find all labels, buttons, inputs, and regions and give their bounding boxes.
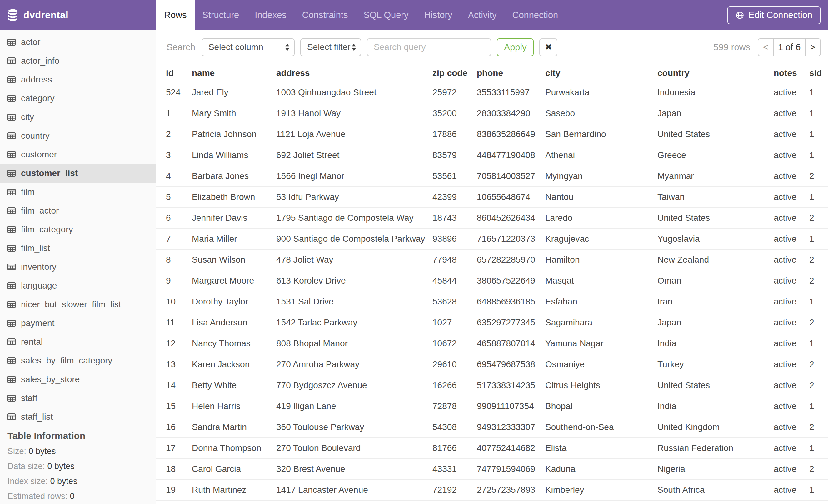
cell-zip-code: 43331 — [432, 459, 477, 479]
tab-structure[interactable]: Structure — [195, 0, 247, 30]
sidebar-item-category[interactable]: category — [0, 89, 156, 108]
table-row[interactable]: 18Carol Garcia320 Brest Avenue4333174779… — [156, 459, 828, 479]
sidebar-item-sales-by-store[interactable]: sales_by_store — [0, 370, 156, 389]
sidebar-item-staff-list[interactable]: staff_list — [0, 408, 156, 426]
cell-id: 19 — [156, 479, 192, 501]
sidebar-item-actor[interactable]: actor — [0, 33, 156, 51]
cell-city: Citrus Heights — [545, 375, 657, 396]
sidebar-item-film-category[interactable]: film_category — [0, 220, 156, 239]
column-header-id[interactable]: id — [156, 64, 192, 82]
sidebar-item-staff[interactable]: staff — [0, 389, 156, 408]
cell-city: Kragujevac — [545, 229, 657, 249]
sidebar-item-sales-by-film-category[interactable]: sales_by_film_category — [0, 351, 156, 370]
sidebar-item-address[interactable]: address — [0, 70, 156, 89]
app-logo: dvdrental — [0, 0, 156, 30]
table-row[interactable]: 4Barbara Jones1566 Inegl Manor5356170581… — [156, 166, 828, 187]
table-row[interactable]: 6Jennifer Davis1795 Santiago de Composte… — [156, 208, 828, 229]
table-row[interactable]: 14Betty White770 Bydgoszcz Avenue1626651… — [156, 375, 828, 396]
table-row[interactable]: 17Donna Thompson270 Toulon Boulevard8176… — [156, 438, 828, 459]
table-row[interactable]: 5Elizabeth Brown53 Idfu Parkway423991065… — [156, 187, 828, 208]
table-row[interactable]: 524Jared Ely1003 Qinhuangdao Street25972… — [156, 82, 828, 103]
sidebar-item-actor-info[interactable]: actor_info — [0, 51, 156, 70]
table-icon — [7, 413, 15, 420]
sidebar-item-nicer-but-slower-film-list[interactable]: nicer_but_slower_film_list — [0, 295, 156, 314]
sidebar-item-film[interactable]: film — [0, 183, 156, 201]
column-header-notes[interactable]: notes — [774, 64, 809, 82]
edit-connection-button[interactable]: Edit Connection — [728, 6, 821, 25]
sidebar-item-film-actor[interactable]: film_actor — [0, 201, 156, 220]
table-information-rows: Size: 0 bytesData size: 0 bytesIndex siz… — [7, 446, 149, 501]
cell-zip-code: 10672 — [432, 333, 477, 354]
column-header-name[interactable]: name — [192, 64, 276, 82]
cell-city: Masqat — [545, 270, 657, 291]
cell-country: Japan — [657, 103, 774, 124]
sidebar-item-label: film_actor — [21, 206, 59, 216]
clear-search-button[interactable]: ✖ — [539, 38, 557, 56]
cell-zip-code: 53628 — [432, 291, 477, 312]
cell-city: Osmaniye — [545, 354, 657, 375]
table-row[interactable]: 9Margaret Moore613 Korolev Drive45844380… — [156, 270, 828, 291]
sidebar-item-city[interactable]: city — [0, 108, 156, 127]
tab-indexes[interactable]: Indexes — [247, 0, 294, 30]
table-row[interactable]: 12Nancy Thomas808 Bhopal Manor1067246588… — [156, 333, 828, 354]
sidebar-item-language[interactable]: language — [0, 276, 156, 295]
cell-country: Yugoslavia — [657, 229, 774, 249]
column-header-phone[interactable]: phone — [477, 64, 545, 82]
cell-zip-code: 18743 — [432, 208, 477, 229]
cell-name: Margaret Moore — [192, 270, 276, 291]
cell-phone: 747791594069 — [477, 459, 545, 479]
search-label: Search — [167, 42, 195, 52]
cell-address: 613 Korolev Drive — [276, 270, 432, 291]
table-row[interactable]: 15Helen Harris419 Iligan Lane72878990911… — [156, 396, 828, 417]
table-row[interactable]: 13Karen Jackson270 Amroha Parkway2961069… — [156, 354, 828, 375]
sidebar-item-payment[interactable]: payment — [0, 314, 156, 332]
table-row[interactable]: 16Sandra Martin360 Toulouse Parkway54308… — [156, 417, 828, 438]
table-icon — [7, 76, 15, 83]
search-query-input[interactable] — [367, 38, 491, 56]
sidebar-item-label: customer_list — [21, 168, 78, 178]
cell-sid: 1 — [809, 187, 828, 208]
tab-constraints[interactable]: Constraints — [294, 0, 356, 30]
tab-sql-query[interactable]: SQL Query — [356, 0, 416, 30]
table-row[interactable]: 11Lisa Anderson1542 Tarlac Parkway102763… — [156, 312, 828, 333]
column-header-country[interactable]: country — [657, 64, 774, 82]
cell-notes: active — [774, 124, 809, 145]
cell-notes: active — [774, 103, 809, 124]
cell-zip-code: 29610 — [432, 354, 477, 375]
data-grid-body: 524Jared Ely1003 Qinhuangdao Street25972… — [156, 82, 828, 501]
tab-history[interactable]: History — [416, 0, 460, 30]
table-row[interactable]: 3Linda Williams692 Joliet Street83579448… — [156, 145, 828, 166]
cell-notes: active — [774, 375, 809, 396]
sidebar-item-rental[interactable]: rental — [0, 332, 156, 351]
previous-page-button[interactable]: < — [758, 39, 773, 56]
sidebar-item-inventory[interactable]: inventory — [0, 258, 156, 276]
tab-rows[interactable]: Rows — [156, 0, 195, 30]
column-header-sid[interactable]: sid — [809, 64, 828, 82]
sidebar-item-label: customer — [21, 149, 57, 159]
column-select[interactable]: Select column — [202, 38, 295, 56]
sidebar-item-country[interactable]: country — [0, 127, 156, 145]
apply-button[interactable]: Apply — [497, 38, 534, 56]
table-row[interactable]: 10Dorothy Taylor1531 Sal Drive5362864885… — [156, 291, 828, 312]
column-header-zip-code[interactable]: zip code — [432, 64, 477, 82]
cell-zip-code: 77948 — [432, 249, 477, 270]
sidebar-item-customer[interactable]: customer — [0, 145, 156, 164]
cell-notes: active — [774, 82, 809, 103]
tab-activity[interactable]: Activity — [460, 0, 505, 30]
sidebar-item-customer-list[interactable]: customer_list — [0, 164, 156, 183]
table-icon — [7, 282, 15, 289]
table-row[interactable]: 19Ruth Martinez1417 Lancaster Avenue7219… — [156, 479, 828, 501]
table-row[interactable]: 8Susan Wilson478 Joliet Way7794865728228… — [156, 249, 828, 270]
tab-connection[interactable]: Connection — [505, 0, 566, 30]
cell-phone: 657282285970 — [477, 249, 545, 270]
sidebar-item-film-list[interactable]: film_list — [0, 239, 156, 258]
table-row[interactable]: 2Patricia Johnson1121 Loja Avenue1788683… — [156, 124, 828, 145]
cell-sid: 1 — [809, 229, 828, 249]
table-row[interactable]: 7Maria Miller900 Santiago de Compostela … — [156, 229, 828, 249]
cell-address: 478 Joliet Way — [276, 249, 432, 270]
filter-select[interactable]: Select filter — [300, 38, 361, 56]
column-header-city[interactable]: city — [545, 64, 657, 82]
column-header-address[interactable]: address — [276, 64, 432, 82]
next-page-button[interactable]: > — [805, 39, 820, 56]
table-row[interactable]: 1Mary Smith1913 Hanoi Way352002830338429… — [156, 103, 828, 124]
